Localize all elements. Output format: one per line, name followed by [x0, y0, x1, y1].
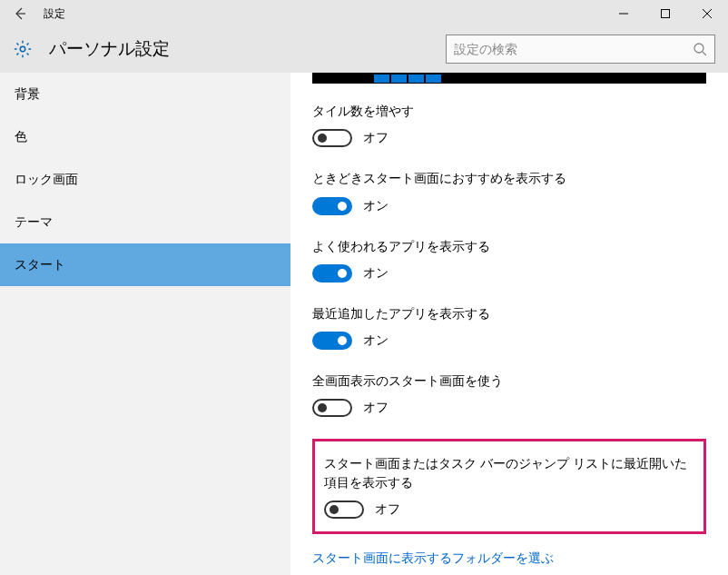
titlebar: 設定	[0, 0, 728, 27]
toggle-switch[interactable]	[312, 399, 352, 417]
header: パーソナル設定	[0, 27, 728, 73]
toggle-knob	[318, 134, 327, 143]
svg-line-7	[27, 54, 29, 55]
toggle-knob	[338, 336, 347, 345]
minimize-icon	[619, 9, 628, 18]
close-icon	[703, 9, 712, 18]
setting-0: タイル数を増やすオフ	[312, 102, 706, 147]
setting-label: 最近追加したアプリを表示する	[312, 304, 706, 322]
toggle-switch[interactable]	[312, 129, 352, 147]
toggle-switch[interactable]	[324, 501, 364, 519]
toggle-state-text: オン	[363, 198, 389, 214]
sidebar-item-3[interactable]: テーマ	[0, 201, 290, 243]
search-icon	[693, 42, 707, 56]
preview-tiles	[374, 73, 441, 84]
svg-line-9	[27, 43, 29, 45]
sidebar-item-label: ロック画面	[15, 172, 78, 188]
toggle-switch[interactable]	[312, 264, 352, 283]
window-controls	[603, 0, 728, 27]
setting-label: ときどきスタート画面におすすめを表示する	[312, 169, 706, 187]
toggle-knob	[318, 403, 327, 412]
svg-rect-0	[662, 10, 670, 18]
toggle-row: オフ	[312, 129, 706, 147]
minimize-button[interactable]	[603, 0, 644, 27]
svg-line-6	[16, 43, 18, 45]
toggle-row: オン	[312, 264, 706, 283]
close-button[interactable]	[686, 0, 728, 27]
setting-label: よく使われるアプリを表示する	[312, 237, 706, 255]
sidebar: 背景色ロック画面テーマスタート	[0, 73, 290, 575]
sidebar-item-2[interactable]: ロック画面	[0, 158, 290, 201]
choose-folders-link[interactable]: スタート画面に表示するフォルダーを選ぶ	[312, 550, 706, 567]
arrow-left-icon	[13, 6, 27, 21]
setting-label: スタート画面またはタスク バーのジャンプ リストに最近開いた項目を表示する	[324, 454, 694, 491]
svg-point-10	[694, 44, 703, 53]
setting-3: 最近追加したアプリを表示するオン	[312, 304, 706, 350]
sidebar-item-0[interactable]: 背景	[0, 73, 290, 115]
maximize-icon	[661, 9, 670, 18]
toggle-state-text: オン	[363, 332, 389, 349]
setting-1: ときどきスタート画面におすすめを表示するオン	[312, 169, 706, 214]
toggle-state-text: オン	[363, 265, 389, 282]
toggle-row: オフ	[312, 399, 706, 417]
maximize-button[interactable]	[644, 0, 686, 27]
sidebar-item-1[interactable]: 色	[0, 115, 290, 158]
setting-label: タイル数を増やす	[312, 102, 706, 120]
setting-label: 全画面表示のスタート画面を使う	[312, 372, 706, 390]
toggle-state-text: オフ	[363, 400, 389, 416]
setting-4: 全画面表示のスタート画面を使うオフ	[312, 372, 706, 417]
window-title: 設定	[44, 6, 65, 22]
gear-icon	[13, 39, 33, 59]
preview-tile	[374, 74, 389, 83]
svg-line-11	[703, 52, 706, 55]
preview-tile	[391, 74, 407, 83]
sidebar-item-4[interactable]: スタート	[0, 243, 290, 286]
setting-2: よく使われるアプリを表示するオン	[312, 237, 706, 283]
toggle-row: オン	[312, 197, 706, 215]
content: 背景色ロック画面テーマスタート タイル数を増やすオフときどきスタート画面におすす…	[0, 73, 728, 575]
toggle-switch[interactable]	[312, 332, 352, 350]
search-input[interactable]	[454, 42, 693, 56]
toggle-knob	[330, 505, 339, 514]
start-preview	[312, 73, 706, 84]
toggle-switch[interactable]	[312, 197, 352, 215]
sidebar-item-label: 色	[15, 129, 27, 145]
main-panel: タイル数を増やすオフときどきスタート画面におすすめを表示するオンよく使われるアプ…	[290, 73, 728, 575]
svg-line-8	[16, 54, 18, 55]
toggle-state-text: オフ	[375, 501, 400, 518]
toggle-row: オフ	[324, 501, 694, 519]
highlight-box: スタート画面またはタスク バーのジャンプ リストに最近開いた項目を表示するオフ	[312, 439, 706, 534]
preview-tile	[426, 74, 441, 83]
toggle-knob	[338, 269, 347, 278]
preview-tile	[408, 74, 424, 83]
back-button[interactable]	[0, 0, 40, 27]
toggle-row: オン	[312, 332, 706, 350]
setting-5: スタート画面またはタスク バーのジャンプ リストに最近開いた項目を表示するオフ	[324, 454, 694, 519]
sidebar-item-label: スタート	[15, 257, 65, 273]
header-left: パーソナル設定	[13, 37, 170, 61]
search-box[interactable]	[446, 35, 715, 64]
page-title: パーソナル設定	[49, 37, 170, 61]
titlebar-left: 設定	[0, 0, 65, 27]
toggle-state-text: オフ	[363, 130, 389, 146]
sidebar-item-label: 背景	[15, 86, 40, 103]
sidebar-item-label: テーマ	[15, 214, 53, 231]
toggle-knob	[338, 202, 347, 211]
